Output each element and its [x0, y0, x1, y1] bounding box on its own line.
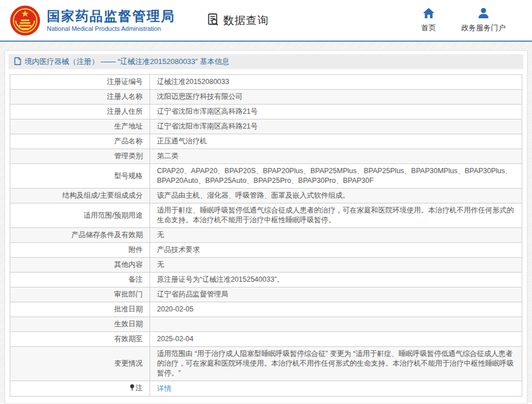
row-value: 无 — [150, 258, 522, 273]
row-value: 无 — [150, 228, 522, 243]
home-icon — [422, 7, 435, 21]
table-row: 产品名称 正压通气治疗机 — [10, 134, 522, 149]
row-value: 辽宁省沈阳市浑南区高科路21号 — [150, 105, 522, 119]
row-value: 适用范围由 “用于治疗成人阻塞型睡眠呼吸暂停综合征” 变更为 “适用于鼾症、睡眠… — [150, 347, 522, 381]
row-value: 适用于鼾症、睡眠呼吸暂停低通气综合征成人患者的治疗，可在家庭和医院环境使用。本治… — [150, 203, 522, 228]
row-value: 第二类 — [150, 149, 522, 164]
row-value: 产品技术要求 — [150, 243, 522, 258]
table-row: 其他内容 无 — [10, 258, 522, 273]
nav-portal[interactable]: 政务服务门户 — [461, 7, 506, 33]
row-label: 结构及组成/主要组成成分 — [10, 189, 150, 203]
table-row: 产品储存条件及有效期 无 — [10, 228, 522, 243]
row-label: 型号规格 — [10, 164, 150, 189]
row-label: 附件 — [10, 243, 150, 258]
row-label: 有效期至 — [10, 332, 150, 347]
brand-text: 国家药品监督管理局 National Medical Products Admi… — [47, 9, 175, 32]
table-row-note: 注 详情 — [10, 381, 522, 397]
page: 国家药品监督管理局 National Medical Products Admi… — [0, 0, 532, 403]
table-row: 注册人住所 辽宁省沈阳市浑南区高科路21号 — [10, 105, 522, 119]
row-label: 注册人名称 — [10, 90, 150, 105]
row-label: 批准日期 — [10, 302, 150, 317]
table-row: 备注 原注册证号为“辽械注准20152540033”。 — [10, 273, 522, 287]
row-label: 其他内容 — [10, 258, 150, 273]
data-query-menu[interactable]: 数据查询 — [207, 13, 269, 29]
row-label: 变更情况 — [10, 347, 150, 381]
row-value: 该产品由主机、湿化器、呼吸管路、面罩及嵌入式软件组成。 — [150, 189, 522, 203]
row-label: 注册证编号 — [10, 75, 150, 90]
page-title-bar: 境内医疗器械（注册） —— “辽械注准20152080033” 基本信息 — [9, 54, 523, 69]
row-label: 注册人住所 — [10, 105, 150, 119]
nav-home[interactable]: 首页 — [421, 7, 436, 33]
row-label: 生产地址 — [10, 119, 150, 134]
row-label: 适用范围/预期用途 — [10, 203, 150, 228]
table-row: 有效期至 2025-02-04 — [10, 332, 522, 347]
detail-link[interactable]: 详情 — [157, 385, 171, 393]
pin-icon — [130, 384, 135, 394]
nav-portal-label: 政务服务门户 — [461, 23, 506, 33]
row-value — [150, 317, 522, 332]
main-area: 境内医疗器械（注册） —— “辽械注准20152080033” 基本信息 注册证… — [0, 42, 532, 403]
registration-info-table: 注册证编号 辽械注准20152080033 注册人名称 沈阳迈思医疗科技有限公司… — [10, 74, 522, 397]
table-row: 附件 产品技术要求 — [10, 243, 522, 258]
table-row: 注册人名称 沈阳迈思医疗科技有限公司 — [10, 90, 522, 105]
org-name-cn: 国家药品监督管理局 — [47, 9, 175, 23]
data-query-icon — [207, 13, 220, 29]
row-label: 审批部门 — [10, 287, 150, 302]
row-value: 辽械注准20152080033 — [150, 75, 522, 90]
row-value: 辽宁省药品监督管理局 — [150, 287, 522, 302]
row-value: 原注册证号为“辽械注准20152540033”。 — [150, 273, 522, 287]
nav-home-label: 首页 — [421, 23, 436, 33]
org-name-en: National Medical Products Administration — [47, 25, 175, 32]
row-value: 正压通气治疗机 — [150, 134, 522, 149]
row-label: 备注 — [10, 273, 150, 287]
row-value: CPAP20、APAP20、BPAP20S、BPAP20Plus、BPAP25M… — [150, 164, 522, 189]
document-icon — [14, 57, 21, 67]
row-label: 产品名称 — [10, 134, 150, 149]
row-value: 2020-02-05 — [150, 302, 522, 317]
content-panel: 境内医疗器械（注册） —— “辽械注准20152080033” 基本信息 注册证… — [5, 50, 527, 404]
table-row: 生产地址 辽宁省沈阳市浑南区高科路21号 — [10, 119, 522, 134]
info-table-wrap: 注册证编号 辽械注准20152080033 注册人名称 沈阳迈思医疗科技有限公司… — [10, 74, 522, 397]
table-row: 型号规格 CPAP20、APAP20、BPAP20S、BPAP20Plus、BP… — [10, 164, 522, 189]
row-value: 2025-02-04 — [150, 332, 522, 347]
row-value: 沈阳迈思医疗科技有限公司 — [150, 90, 522, 105]
data-query-label: 数据查询 — [223, 13, 269, 28]
row-value: 详情 — [150, 381, 522, 397]
table-row: 批准日期 2020-02-05 — [10, 302, 522, 317]
table-row: 管理类别 第二类 — [10, 149, 522, 164]
table-row: 结构及组成/主要组成成分 该产品由主机、湿化器、呼吸管路、面罩及嵌入式软件组成。 — [10, 189, 522, 203]
row-label: 注 — [10, 381, 150, 397]
brand: 国家药品监督管理局 National Medical Products Admi… — [9, 5, 175, 37]
table-row: 注册证编号 辽械注准20152080033 — [10, 75, 522, 90]
row-label: 产品储存条件及有效期 — [10, 228, 150, 243]
row-label: 生效日期 — [10, 317, 150, 332]
row-value: 辽宁省沈阳市浑南区高科路21号 — [150, 119, 522, 134]
table-row: 适用范围/预期用途 适用于鼾症、睡眠呼吸暂停低通气综合征成人患者的治疗，可在家庭… — [10, 203, 522, 228]
row-label: 管理类别 — [10, 149, 150, 164]
page-title: 境内医疗器械（注册） —— “辽械注准20152080033” 基本信息 — [25, 57, 229, 67]
note-label: 注 — [136, 384, 143, 392]
header: 国家药品监督管理局 National Medical Products Admi… — [0, 0, 532, 42]
user-icon — [477, 7, 490, 21]
table-row: 生效日期 — [10, 317, 522, 332]
table-row: 变更情况 适用范围由 “用于治疗成人阻塞型睡眠呼吸暂停综合征” 变更为 “适用于… — [10, 347, 522, 381]
national-emblem-logo — [9, 5, 41, 37]
table-row: 审批部门 辽宁省药品监督管理局 — [10, 287, 522, 302]
